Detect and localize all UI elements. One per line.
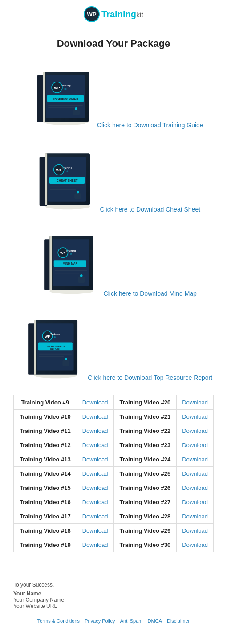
svg-rect-27	[74, 193, 81, 199]
video-label-right: Training Video #29	[114, 524, 177, 538]
svg-rect-26	[50, 189, 76, 190]
video-label-left: Training Video #11	[14, 424, 77, 438]
footer-link-disclaimer[interactable]: Disclaimer	[167, 618, 190, 624]
svg-rect-56	[39, 354, 71, 355]
table-row: Training Video #19DownloadTraining Video…	[14, 538, 214, 552]
video-label-right: Training Video #23	[114, 438, 177, 452]
footer-success: To your Success,	[13, 582, 214, 588]
svg-text:Training: Training	[66, 249, 76, 252]
video-label-left: Training Video #18	[14, 524, 77, 538]
download-cheat-sheet: WP Training kit CHEAT SHEET Click here t…	[13, 143, 214, 213]
video-download-right[interactable]: Download	[177, 495, 214, 509]
video-table: Training Video #9DownloadTraining Video …	[13, 395, 214, 552]
video-label-left: Training Video #19	[14, 538, 77, 552]
video-download-right[interactable]: Download	[177, 410, 214, 424]
svg-rect-44	[49, 236, 52, 290]
video-download-right[interactable]: Download	[177, 438, 214, 452]
video-download-left[interactable]: Download	[77, 509, 114, 524]
video-download-left[interactable]: Download	[77, 438, 114, 452]
svg-text:MIND MAP: MIND MAP	[63, 262, 78, 265]
video-label-right: Training Video #30	[114, 538, 177, 552]
cheat-sheet-image: WP Training kit CHEAT SHEET	[27, 143, 98, 212]
footer-link-dmca[interactable]: DMCA	[147, 618, 162, 624]
video-download-right[interactable]: Download	[177, 424, 214, 438]
svg-text:kit: kit	[54, 336, 57, 338]
video-download-right[interactable]: Download	[177, 538, 214, 552]
table-row: Training Video #12DownloadTraining Video…	[14, 438, 214, 452]
svg-rect-29	[45, 153, 47, 205]
video-download-left[interactable]: Download	[77, 395, 114, 410]
video-label-left: Training Video #17	[14, 509, 77, 524]
table-row: Training Video #10DownloadTraining Video…	[14, 410, 214, 424]
video-download-right[interactable]: Download	[177, 467, 214, 481]
video-label-right: Training Video #25	[114, 467, 177, 481]
video-download-left[interactable]: Download	[77, 495, 114, 509]
video-label-right: Training Video #22	[114, 424, 177, 438]
svg-rect-60	[34, 320, 36, 375]
video-download-left[interactable]: Download	[77, 481, 114, 495]
logo: WP Trainingkit	[84, 6, 143, 22]
video-label-left: Training Video #12	[14, 438, 77, 452]
footer-link-anti-spam[interactable]: Anti Spam	[120, 618, 143, 624]
video-download-right[interactable]: Download	[177, 452, 214, 467]
footer-company: Your Company Name	[13, 597, 214, 603]
video-download-left[interactable]: Download	[77, 424, 114, 438]
video-label-left: Training Video #16	[14, 495, 77, 509]
svg-rect-14	[43, 72, 45, 122]
video-download-left[interactable]: Download	[77, 452, 114, 467]
svg-text:REPORT: REPORT	[50, 347, 61, 350]
video-download-left[interactable]: Download	[77, 538, 114, 552]
top-resource-image: WP Training kit TOP RESOURCE REPORT	[15, 311, 86, 380]
svg-rect-12	[73, 110, 80, 115]
video-download-right[interactable]: Download	[177, 509, 214, 524]
svg-text:Training: Training	[62, 167, 72, 169]
footer-link-separator	[144, 618, 146, 624]
video-label-right: Training Video #20	[114, 395, 177, 410]
footer-link-separator	[164, 618, 165, 624]
svg-rect-25	[50, 187, 84, 187]
training-guide-image: WP Training kit TRAINING GUIDE	[24, 58, 95, 127]
table-row: Training Video #14DownloadTraining Video…	[14, 467, 214, 481]
download-cheat-sheet-link[interactable]: Click here to Download Cheat Sheet	[100, 206, 200, 213]
table-row: Training Video #17DownloadTraining Video…	[14, 509, 214, 524]
download-mind-map-link[interactable]: Click here to Download Mind Map	[104, 290, 197, 297]
video-label-right: Training Video #27	[114, 495, 177, 509]
footer-links: Terms & Conditions Privacy Policy Anti S…	[0, 614, 227, 632]
svg-rect-57	[39, 356, 64, 357]
video-download-right[interactable]: Download	[177, 395, 214, 410]
svg-text:Training: Training	[61, 84, 71, 87]
video-label-left: Training Video #14	[14, 467, 77, 481]
svg-text:WP: WP	[60, 251, 65, 255]
download-top-resource-link[interactable]: Click here to Download Top Resource Repo…	[88, 374, 212, 381]
svg-point-43	[80, 274, 83, 277]
svg-text:CHEAT SHEET: CHEAT SHEET	[57, 179, 78, 182]
svg-rect-10	[48, 105, 83, 106]
svg-rect-40	[55, 270, 87, 271]
mind-map-image: WP Training kit MIND MAP	[30, 227, 101, 296]
svg-text:TRAINING GUIDE: TRAINING GUIDE	[53, 97, 78, 100]
video-label-left: Training Video #10	[14, 410, 77, 424]
svg-text:kit: kit	[65, 87, 67, 90]
table-row: Training Video #18DownloadTraining Video…	[14, 524, 214, 538]
video-label-left: Training Video #9	[14, 395, 77, 410]
footer-link-separator	[117, 618, 118, 624]
footer-link-terms-&-conditions[interactable]: Terms & Conditions	[37, 618, 80, 624]
download-training-guide: WP Training kit TRAINING GUIDE Click her…	[13, 58, 214, 129]
video-download-right[interactable]: Download	[177, 524, 214, 538]
main-content: Download Your Package WP Training kit	[0, 29, 227, 575]
logo-wp-circle: WP	[84, 6, 100, 22]
video-download-left[interactable]: Download	[77, 524, 114, 538]
svg-rect-11	[48, 107, 75, 108]
table-row: Training Video #13DownloadTraining Video…	[14, 452, 214, 467]
video-label-right: Training Video #24	[114, 452, 177, 467]
svg-rect-58	[62, 360, 69, 366]
video-download-right[interactable]: Download	[177, 481, 214, 495]
video-download-left[interactable]: Download	[77, 410, 114, 424]
svg-point-59	[65, 358, 67, 360]
video-download-left[interactable]: Download	[77, 467, 114, 481]
footer-link-privacy-policy[interactable]: Privacy Policy	[85, 618, 115, 624]
table-row: Training Video #11DownloadTraining Video…	[14, 424, 214, 438]
table-row: Training Video #9DownloadTraining Video …	[14, 395, 214, 410]
download-training-guide-link[interactable]: Click here to Download Training Guide	[97, 122, 203, 129]
svg-text:kit: kit	[70, 253, 72, 255]
